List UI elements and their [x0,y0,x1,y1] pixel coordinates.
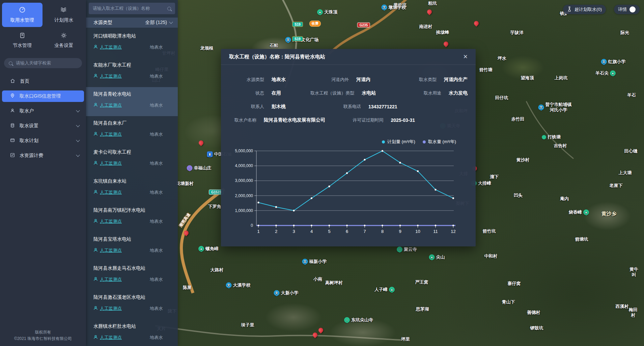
map-label: 坝子里 [241,322,254,328]
field-label: 水源类型 [234,77,264,83]
intake-map-pin[interactable] [198,140,204,147]
plan-legend-dot [382,140,385,143]
legend-item-plan: 计划量 (m³/年) [382,139,415,145]
detail-field: 水源类型地表水 [234,77,308,83]
monitor-type-link[interactable]: 人工监测点 [93,73,122,79]
sidebar-item-5[interactable]: 取水计划 [2,135,84,147]
water-source-type: 地表水 [150,276,163,283]
detail-label: 详情 [618,6,627,12]
detail-field: 取水工程（设施）类型水电站 [310,90,409,96]
map-label: 龙颈根 [200,46,214,51]
monitor-type-link[interactable]: 人工监测点 [93,102,122,108]
monitor-type-link[interactable]: 人工监测点 [93,160,122,166]
intake-map-pin[interactable] [318,327,324,335]
sidebar-item-2[interactable]: 取水口GIS信息管理 [2,90,84,102]
svg-text:10: 10 [415,229,420,234]
filter-value-dropdown[interactable]: 全部 (125) [145,20,172,26]
detail-toggle-knob[interactable] [629,6,636,12]
sidebar-item-3[interactable]: 取水户 [2,105,84,117]
person-icon [93,335,98,340]
list-item[interactable]: 陆河县青砼水电站 人工监测点 地表水 [86,87,178,116]
sidebar-item-4[interactable]: 取水设置 [2,120,84,132]
place-name: 中和村 [484,254,498,259]
intake-map-pin[interactable] [427,9,432,16]
field-label: 取水用途 [409,90,441,96]
field-label: 联系人 [234,104,264,110]
module-label: 取用水管理 [10,17,34,23]
list-item[interactable]: 麦卡公司取水工程 人工监测点 地表水 [86,145,178,174]
map-label: 寨仔窝 [508,281,521,286]
list-item[interactable]: 陆河县自来水厂 人工监测点 地表水 [86,116,178,145]
map-label: 赤竹田 [511,116,525,122]
map-label: 人子嶂▲ [374,287,395,293]
monitor-type-link[interactable]: 人工监测点 [93,276,122,283]
detail-field: 取水用途水力发电 [409,90,468,96]
over-plan-intake-button[interactable]: 超计划取水(0) [563,5,606,14]
list-item[interactable]: 陆河县水唇走马石水电站 人工监测点 地表水 [86,261,178,290]
list-item[interactable]: 友能水厂取水工程 人工监测点 地表水 [86,58,178,87]
list-item[interactable]: 东坑镇自来水站 人工监测点 地表水 [86,174,178,203]
road-badge: S19 [292,36,303,42]
place-name: 螺角嶂 [205,246,219,251]
filter-label: 水源类型 [93,20,112,26]
list-item[interactable]: 陆河县宝塔水电站 人工监测点 地表水 [86,232,178,261]
intake-map-pin[interactable] [184,230,189,237]
place-name: 人子嶂 [374,287,388,292]
intake-name: 麦卡公司取水工程 [93,149,173,155]
map-label: 善德村 [527,310,540,315]
place-name: 坝子里 [241,322,254,328]
map-label: 田仔坑 [495,95,508,101]
module-2[interactable]: 计划用水 [44,3,84,27]
place-name: 锣鼓坑 [530,325,543,331]
list-item[interactable]: 水唇镇水栏肚水电站 人工监测点 地表水 [86,319,178,346]
monitor-type-link[interactable]: 人工监测点 [93,218,122,224]
sidebar-item-1[interactable]: 首页 [2,76,84,87]
intake-map-pin[interactable] [474,20,479,28]
module-4[interactable]: 业务设置 [44,28,84,53]
mount-poi-icon: ▲ [198,246,204,252]
monitor-type-link[interactable]: 人工监测点 [93,189,122,195]
person-icon [93,190,98,195]
module-3[interactable]: 节水管理 [2,28,43,53]
svg-text:5,000,000: 5,000,000 [235,149,253,153]
detail-toggle[interactable]: 详情 [614,5,640,14]
source-type-filter: 水源类型 全部 (125) [86,18,178,28]
close-icon[interactable]: × [463,53,468,60]
map-label: 黄牛叫 [629,267,639,278]
place-name: 石船 [270,43,278,48]
monitor-type-link[interactable]: 人工监测点 [93,305,122,312]
map-label: 大路村 [211,267,224,273]
sidebar-item-6[interactable]: 水资源计费 [2,150,84,161]
sidebar-search-placeholder: 请输入关键字检索 [16,60,51,66]
place-name: 普宁市船埔镇 河氏小学 [545,102,572,113]
monitor-type-link[interactable]: 人工监测点 [93,335,122,341]
monitor-type-link[interactable]: 人工监测点 [93,44,122,50]
map-label: 上岗坑 [555,75,568,81]
map-label: 田心缝 [624,149,638,154]
place-name: 东坑尖山寺 [351,317,373,323]
place-name: 挨垅蜂 [436,30,449,35]
monitor-type-link[interactable]: 人工监测点 [93,131,122,137]
water-source-type: 地表水 [150,218,163,224]
map-label: 溜下 [490,174,499,180]
list-item[interactable]: 河口镇唱歌潭水电站 人工监测点 地表水 [86,29,178,58]
map-label: ▲尖山 [429,255,445,260]
svg-text:2: 2 [275,229,277,234]
monitor-type-link[interactable]: 人工监测点 [93,247,122,254]
map-label: 凹头 [514,193,523,198]
sidebar: 取用水管理计划用水节水管理业务设置 请输入关键字检索 首页取水口GIS信息管理取… [0,0,86,346]
svg-text:7: 7 [363,229,366,234]
map-label: 羊石尖▲ [595,71,616,76]
nav-label: 取水口GIS信息管理 [20,93,61,99]
intake-map-pin[interactable] [443,41,449,48]
map-label: ⌂幸福山庄 [187,165,212,171]
intake-map-pin[interactable] [312,332,318,339]
module-1[interactable]: 取用水管理 [2,3,43,27]
list-item[interactable]: 陆河县激石溪老区水电站 人工监测点 地表水 [86,290,178,319]
map-label: 花塘新村 [176,181,194,186]
map-label: 芋陂洋 [510,30,524,35]
list-item[interactable]: 陆河县南万镇杞洋水电站 人工监测点 地表水 [86,203,178,232]
search-icon[interactable] [167,7,171,10]
intake-search-input[interactable]: 请输入取水工程（设施）名称 [89,3,175,14]
sidebar-search-input[interactable]: 请输入关键字检索 [4,58,82,68]
